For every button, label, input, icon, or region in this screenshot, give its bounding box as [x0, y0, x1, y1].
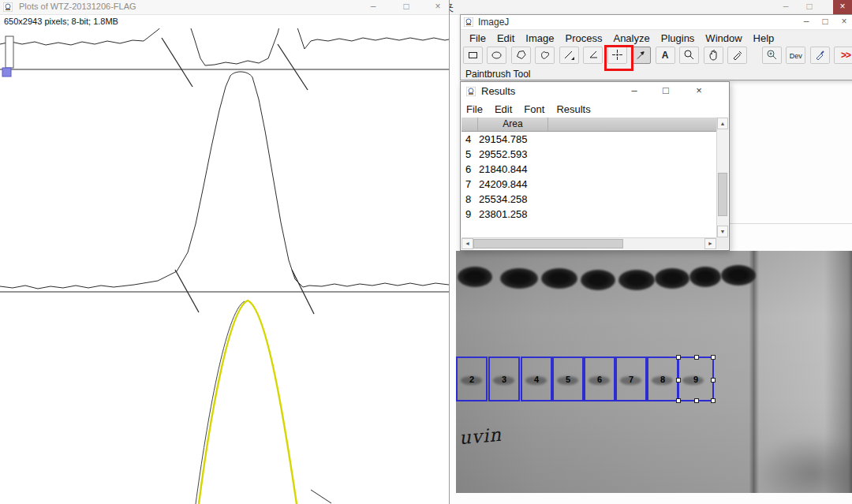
selection-handle[interactable]: [676, 398, 681, 403]
horizontal-scrollbar[interactable]: ◄ ►: [462, 237, 716, 249]
lane-divider: [278, 44, 308, 90]
vertical-scroll-thumb[interactable]: [718, 173, 727, 216]
gel-roi-active[interactable]: 9: [678, 357, 714, 401]
selection-handle[interactable]: [694, 398, 699, 403]
zoom-alt-icon: [766, 49, 778, 61]
table-row[interactable]: 8 25534.258: [462, 192, 716, 207]
tool-angle[interactable]: [583, 47, 603, 64]
imagej-menubar: File Edit Image Process Analyze Plugins …: [461, 30, 852, 46]
imagej-maximize-button[interactable]: □: [816, 15, 835, 29]
results-menu-file[interactable]: File: [466, 103, 483, 115]
gel-roi[interactable]: 3: [488, 357, 520, 401]
selection-handle[interactable]: [676, 378, 681, 383]
row-index: 8: [462, 193, 477, 205]
imagej-close-button[interactable]: ×: [835, 15, 852, 29]
results-menu-results[interactable]: Results: [556, 103, 590, 115]
menu-process[interactable]: Process: [560, 31, 608, 46]
gel-roi[interactable]: 6: [584, 357, 615, 401]
row-area: 24209.844: [477, 178, 527, 190]
background-close-button[interactable]: ×: [833, 0, 852, 14]
scroll-left-button[interactable]: ◄: [462, 238, 473, 249]
menu-window[interactable]: Window: [700, 31, 747, 46]
menu-file[interactable]: File: [464, 31, 491, 46]
menu-plugins[interactable]: Plugins: [656, 31, 701, 46]
tool-dropper[interactable]: [727, 47, 747, 64]
row-area: 29552.593: [477, 148, 527, 160]
tool-text[interactable]: A: [656, 47, 675, 64]
profile-curve-top: [0, 28, 449, 65]
tool-hand[interactable]: [704, 47, 723, 64]
roi-label: 2: [458, 375, 486, 384]
plot-marker-blue: [2, 68, 11, 77]
plot-minimize-button[interactable]: –: [361, 0, 385, 14]
horizontal-scroll-thumb[interactable]: [473, 239, 623, 248]
tool-zoom[interactable]: [679, 47, 699, 64]
selection-handle[interactable]: [694, 355, 699, 360]
page-edge-line: [730, 223, 852, 224]
vertical-scrollbar[interactable]: ▲ ▼: [716, 118, 728, 237]
results-menu-font[interactable]: Font: [524, 103, 544, 115]
menu-analyze[interactable]: Analyze: [607, 31, 655, 46]
tool-brush[interactable]: [810, 47, 830, 64]
plot-window: Plots of WTZ-20131206-FLAG – □ × 650x294…: [0, 0, 450, 504]
scroll-right-button[interactable]: ►: [704, 238, 716, 249]
row-area: 23801.258: [477, 208, 527, 220]
results-titlebar[interactable]: Results – □ ×: [461, 82, 729, 101]
gel-roi[interactable]: 7: [615, 357, 647, 401]
row-area: 25534.258: [477, 193, 527, 205]
gel-roi[interactable]: 4: [521, 357, 552, 401]
table-row[interactable]: 4 29154.785: [462, 132, 716, 147]
background-minimize-button[interactable]: –: [776, 0, 795, 14]
gel-band: [689, 267, 721, 287]
menu-image[interactable]: Image: [520, 31, 559, 46]
gel-roi[interactable]: 5: [552, 357, 584, 401]
results-menu-edit[interactable]: Edit: [495, 103, 512, 115]
menu-help[interactable]: Help: [748, 31, 780, 46]
lane-profile-plot: [0, 28, 449, 504]
rectangle-icon: [467, 49, 479, 61]
background-maximize-button[interactable]: □: [800, 0, 819, 14]
imagej-titlebar[interactable]: ImageJ – □ ×: [461, 15, 852, 30]
imagej-minimize-button[interactable]: –: [797, 15, 816, 29]
imagej-icon: [464, 17, 473, 27]
tool-dev[interactable]: Dev: [786, 47, 805, 64]
gel-roi[interactable]: 2: [456, 357, 488, 401]
tool-freehand[interactable]: [535, 47, 555, 64]
table-row[interactable]: 7 24209.844: [462, 177, 716, 192]
menu-edit[interactable]: Edit: [491, 31, 520, 46]
plot-canvas[interactable]: [0, 28, 449, 504]
tool-oval[interactable]: [487, 47, 506, 64]
selection-handle[interactable]: [711, 355, 716, 360]
tool-line[interactable]: [559, 47, 579, 64]
gel-roi[interactable]: 8: [647, 357, 678, 401]
tool-polygon[interactable]: [511, 47, 531, 64]
table-row[interactable]: 9 23801.258: [462, 207, 716, 222]
scroll-up-button[interactable]: ▲: [717, 118, 728, 129]
profile-curve-main: [0, 72, 449, 289]
tool-rectangle[interactable]: [463, 47, 483, 64]
more-tools-button[interactable]: >>: [839, 50, 852, 61]
table-row[interactable]: 5 29552.593: [462, 147, 716, 162]
tool-wand[interactable]: [631, 47, 651, 64]
plot-close-button[interactable]: ×: [426, 0, 450, 14]
selection-handle[interactable]: [711, 378, 716, 383]
gel-image[interactable]: 2 3 4 5 6 7 8 9: [456, 251, 852, 493]
imagej-status-text: Paintbrush Tool: [461, 67, 852, 82]
row-index: 7: [462, 178, 477, 190]
table-row[interactable]: 6 21840.844: [462, 162, 716, 177]
line-icon: [563, 49, 575, 61]
selection-handle[interactable]: [676, 355, 681, 360]
plot-titlebar[interactable]: Plots of WTZ-20131206-FLAG – □ ×: [0, 0, 449, 15]
results-maximize-button[interactable]: □: [650, 82, 682, 101]
imagej-toolbar: A Dev: [461, 46, 852, 67]
selection-handle[interactable]: [711, 398, 716, 403]
polygon-icon: [515, 49, 527, 61]
row-area: 29154.785: [477, 133, 527, 145]
results-minimize-button[interactable]: –: [618, 82, 650, 101]
tool-zoom-alt[interactable]: [762, 47, 782, 64]
results-close-button[interactable]: ×: [683, 82, 715, 101]
roi-label: 5: [554, 375, 582, 384]
plot-maximize-button[interactable]: □: [394, 0, 418, 14]
scroll-down-button[interactable]: ▼: [717, 226, 728, 237]
results-table: Area 4 29154.785 5 29552.593 6 21840.844…: [462, 118, 716, 237]
